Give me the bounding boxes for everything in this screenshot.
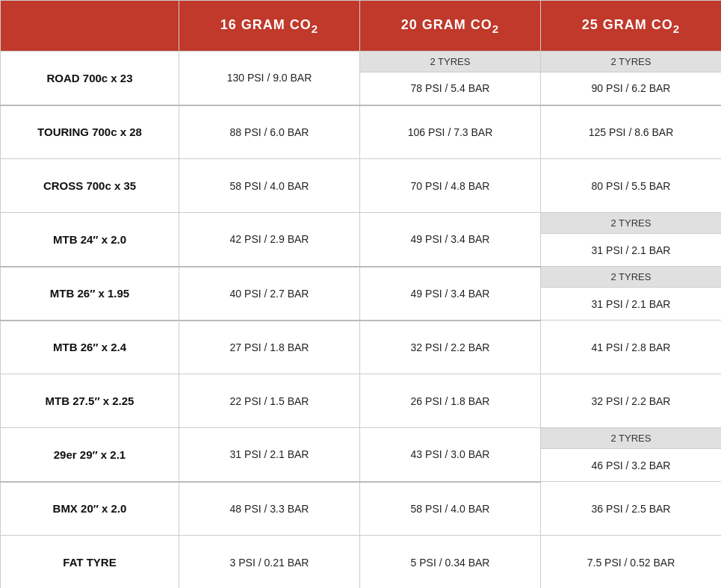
table-row: BMX 20″ x 2.048 PSI / 3.3 BAR58 PSI / 4.… xyxy=(1,482,722,536)
col16-cell: 42 PSI / 2.9 BAR xyxy=(179,213,360,267)
col25-cell: 32 PSI / 2.2 BAR xyxy=(541,374,722,428)
col20-val: 78 PSI / 5.4 BAR xyxy=(360,72,541,105)
table-row: ROAD 700c x 23130 PSI / 9.0 BAR2 TYRES2 … xyxy=(1,52,722,72)
header-25gram: 25 GRAM CO2 xyxy=(541,1,722,52)
tyre-name-cell: MTB 26″ x 2.4 xyxy=(1,321,179,374)
col16-cell: 31 PSI / 2.1 BAR xyxy=(179,428,360,482)
col25-subheader: 2 TYRES xyxy=(541,52,722,72)
tyre-name-cell: 29er 29″ x 2.1 xyxy=(1,428,179,482)
col16-cell: 27 PSI / 1.8 BAR xyxy=(179,321,360,374)
tyre-name-cell: TOURING 700c x 28 xyxy=(1,105,179,159)
tyre-name-cell: FAT TYRE xyxy=(1,536,179,589)
table-row: MTB 27.5″ x 2.2522 PSI / 1.5 BAR26 PSI /… xyxy=(1,374,722,428)
col16-cell: 130 PSI / 9.0 BAR xyxy=(179,52,360,105)
col16-cell: 58 PSI / 4.0 BAR xyxy=(179,159,360,213)
col20-cell: 58 PSI / 4.0 BAR xyxy=(360,482,541,536)
col25-val: 31 PSI / 2.1 BAR xyxy=(541,288,722,321)
col25-cell: 36 PSI / 2.5 BAR xyxy=(541,482,722,536)
header-20gram: 20 GRAM CO2 xyxy=(360,1,541,52)
col16-cell: 3 PSI / 0.21 BAR xyxy=(179,536,360,589)
col20-cell: 49 PSI / 3.4 BAR xyxy=(360,213,541,267)
tyre-name-cell: MTB 24″ x 2.0 xyxy=(1,213,179,267)
tyre-pressure-table: 16 GRAM CO2 20 GRAM CO2 25 GRAM CO2 ROAD… xyxy=(0,0,721,588)
col16-cell: 40 PSI / 2.7 BAR xyxy=(179,267,360,321)
col25-val: 90 PSI / 6.2 BAR xyxy=(541,72,722,105)
table-row: CROSS 700c x 3558 PSI / 4.0 BAR70 PSI / … xyxy=(1,159,722,213)
col20-subheader: 2 TYRES xyxy=(360,52,541,72)
col16-cell: 88 PSI / 6.0 BAR xyxy=(179,105,360,159)
col25-cell: 41 PSI / 2.8 BAR xyxy=(541,321,722,374)
col25-subheader: 2 TYRES xyxy=(541,213,722,234)
table-row: MTB 24″ x 2.042 PSI / 2.9 BAR49 PSI / 3.… xyxy=(1,213,722,234)
header-16gram: 16 GRAM CO2 xyxy=(179,1,360,52)
table-header: 16 GRAM CO2 20 GRAM CO2 25 GRAM CO2 xyxy=(1,1,722,52)
col25-subheader: 2 TYRES xyxy=(541,428,722,449)
col20-cell: 43 PSI / 3.0 BAR xyxy=(360,428,541,482)
table-row: FAT TYRE3 PSI / 0.21 BAR5 PSI / 0.34 BAR… xyxy=(1,536,722,589)
table-row: 29er 29″ x 2.131 PSI / 2.1 BAR43 PSI / 3… xyxy=(1,428,722,449)
col20-cell: 70 PSI / 4.8 BAR xyxy=(360,159,541,213)
table-row: MTB 26″ x 1.9540 PSI / 2.7 BAR49 PSI / 3… xyxy=(1,267,722,288)
header-tyre-size xyxy=(1,1,179,52)
tyre-name-cell: CROSS 700c x 35 xyxy=(1,159,179,213)
col20-cell: 5 PSI / 0.34 BAR xyxy=(360,536,541,589)
col20-cell: 106 PSI / 7.3 BAR xyxy=(360,105,541,159)
tyre-name-cell: BMX 20″ x 2.0 xyxy=(1,482,179,536)
tyre-name-cell: MTB 26″ x 1.95 xyxy=(1,267,179,321)
col25-cell: 80 PSI / 5.5 BAR xyxy=(541,159,722,213)
col25-val: 31 PSI / 2.1 BAR xyxy=(541,234,722,267)
col25-val: 46 PSI / 3.2 BAR xyxy=(541,449,722,482)
col25-cell: 125 PSI / 8.6 BAR xyxy=(541,105,722,159)
col20-cell: 32 PSI / 2.2 BAR xyxy=(360,321,541,374)
tyre-name-cell: ROAD 700c x 23 xyxy=(1,52,179,105)
col16-cell: 22 PSI / 1.5 BAR xyxy=(179,374,360,428)
col25-subheader: 2 TYRES xyxy=(541,267,722,288)
tyre-name-cell: MTB 27.5″ x 2.25 xyxy=(1,374,179,428)
table-row: MTB 26″ x 2.427 PSI / 1.8 BAR32 PSI / 2.… xyxy=(1,321,722,374)
col20-cell: 26 PSI / 1.8 BAR xyxy=(360,374,541,428)
col20-cell: 49 PSI / 3.4 BAR xyxy=(360,267,541,321)
table-row: TOURING 700c x 2888 PSI / 6.0 BAR106 PSI… xyxy=(1,105,722,159)
col25-cell: 7.5 PSI / 0.52 BAR xyxy=(541,536,722,589)
col16-cell: 48 PSI / 3.3 BAR xyxy=(179,482,360,536)
